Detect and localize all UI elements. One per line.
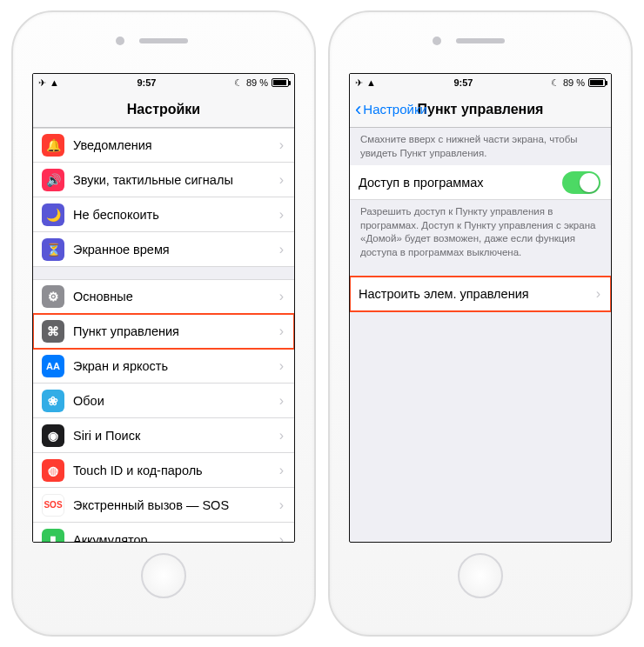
back-label: Настройки [363, 102, 427, 117]
toggle-access-in-apps[interactable] [562, 171, 600, 194]
dnd-icon: 🌙 [42, 203, 64, 226]
camera-dot [116, 37, 124, 45]
row-control-center[interactable]: ⌘Пункт управления› [33, 314, 294, 349]
status-time: 9:57 [137, 77, 156, 88]
battery-icon [272, 78, 289, 87]
row-wallpaper[interactable]: ❀Обои› [33, 384, 294, 418]
row-label: Не беспокоить [73, 208, 271, 222]
row-label: Аккумулятор [73, 533, 271, 543]
display-icon: AA [42, 355, 64, 377]
home-button[interactable] [141, 553, 186, 598]
camera-dot [433, 37, 441, 45]
airplane-icon: ✈︎ [355, 77, 363, 89]
dnd-moon-icon: ☾ [551, 77, 560, 89]
row-label: Настроить элем. управления [359, 287, 587, 301]
row-label: Пункт управления [73, 324, 271, 338]
row-label: Touch ID и код-пароль [73, 464, 271, 477]
phone-right: ✈︎ ▲ 9:57 ☾ 89 % ‹ Настройки Пункт управ… [328, 10, 633, 637]
row-notifications[interactable]: 🔔Уведомления› [33, 128, 294, 163]
wifi-icon: ▲ [366, 77, 376, 88]
chevron-right-icon: › [279, 497, 284, 513]
chevron-right-icon: › [279, 242, 284, 257]
row-label: Экран и яркость [73, 359, 271, 373]
chevron-right-icon: › [279, 137, 284, 153]
status-bar: ✈︎ ▲ 9:57 ☾ 89 % [350, 74, 611, 91]
row-display[interactable]: AAЭкран и яркость› [33, 349, 294, 384]
status-bar: ✈︎ ▲ 9:57 ☾ 89 % [33, 74, 294, 91]
row-label: Основные [73, 290, 271, 303]
speaker-slot [139, 38, 188, 43]
nav-bar: Настройки [33, 91, 294, 128]
chevron-right-icon: › [279, 393, 284, 409]
row-general[interactable]: ⚙Основные› [33, 279, 294, 314]
chevron-right-icon: › [279, 428, 284, 444]
row-battery[interactable]: ▮Аккумулятор› [33, 523, 294, 542]
page-title: Пункт управления [418, 102, 544, 117]
row-label: Экранное время [73, 243, 271, 257]
sounds-icon: 🔊 [42, 169, 64, 191]
siri-icon: ◉ [42, 424, 64, 447]
wifi-icon: ▲ [50, 77, 59, 88]
row-customize-controls[interactable]: Настроить элем. управления › [350, 277, 611, 311]
row-sounds[interactable]: 🔊Звуки, тактильные сигналы› [33, 163, 294, 197]
battery-text: 89 % [246, 77, 268, 88]
chevron-right-icon: › [279, 207, 284, 223]
screen-right: ✈︎ ▲ 9:57 ☾ 89 % ‹ Настройки Пункт управ… [349, 73, 612, 543]
control-center-settings[interactable]: Смахните вверх с нижней части экрана, чт… [350, 128, 611, 542]
control-center-icon: ⌘ [42, 320, 64, 343]
row-label: Обои [73, 394, 271, 408]
hint-top: Смахните вверх с нижней части экрана, чт… [350, 128, 611, 165]
notifications-icon: 🔔 [42, 134, 64, 157]
chevron-right-icon: › [279, 324, 284, 339]
phone-bezel-top [13, 12, 314, 73]
row-label: Доступ в программах [359, 176, 553, 190]
sos-icon: SOS [42, 494, 64, 517]
chevron-right-icon: › [279, 289, 284, 304]
row-label: Экстренный вызов — SOS [73, 498, 271, 512]
phone-bezel-top [330, 12, 631, 73]
row-screen-time[interactable]: ⏳Экранное время› [33, 232, 294, 267]
chevron-right-icon: › [596, 286, 600, 302]
status-time: 9:57 [453, 77, 473, 88]
home-button[interactable] [458, 553, 503, 598]
touchid-icon: ◍ [42, 459, 64, 482]
row-label: Звуки, тактильные сигналы [73, 173, 271, 187]
hint-mid: Разрешить доступ к Пункту управления в п… [350, 200, 611, 264]
airplane-icon: ✈︎ [38, 77, 46, 89]
battery-icon [588, 78, 606, 87]
chevron-right-icon: › [279, 358, 284, 374]
screen-time-icon: ⏳ [42, 238, 64, 261]
chevron-left-icon: ‹ [355, 100, 361, 119]
chevron-right-icon: › [279, 463, 284, 478]
row-label: Уведомления [73, 138, 271, 152]
wallpaper-icon: ❀ [42, 390, 64, 412]
back-button[interactable]: ‹ Настройки [355, 91, 427, 127]
row-access-in-apps[interactable]: Доступ в программах [350, 165, 611, 200]
row-dnd[interactable]: 🌙Не беспокоить› [33, 197, 294, 232]
phone-left: ✈︎ ▲ 9:57 ☾ 89 % Настройки 🔔Уведомления›… [11, 10, 316, 637]
battery-icon: ▮ [42, 529, 64, 543]
row-label: Siri и Поиск [73, 429, 271, 443]
battery-text: 89 % [563, 77, 585, 88]
settings-list[interactable]: 🔔Уведомления›🔊Звуки, тактильные сигналы›… [33, 128, 294, 542]
chevron-right-icon: › [279, 172, 284, 188]
screen-left: ✈︎ ▲ 9:57 ☾ 89 % Настройки 🔔Уведомления›… [32, 73, 295, 543]
general-icon: ⚙ [42, 285, 64, 308]
speaker-slot [456, 38, 505, 43]
dnd-moon-icon: ☾ [234, 77, 243, 89]
chevron-right-icon: › [279, 532, 284, 543]
row-siri[interactable]: ◉Siri и Поиск› [33, 418, 294, 453]
page-title: Настройки [127, 102, 200, 117]
row-touchid[interactable]: ◍Touch ID и код-пароль› [33, 453, 294, 488]
nav-bar: ‹ Настройки Пункт управления [350, 91, 611, 128]
row-sos[interactable]: SOSЭкстренный вызов — SOS› [33, 488, 294, 523]
